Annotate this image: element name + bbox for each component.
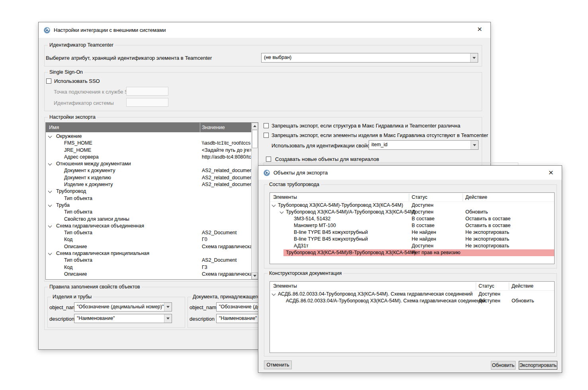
settings-table-row[interactable]: Изделие к документуAS2_related_documents: [46, 181, 251, 188]
chevron-down-icon[interactable]: [48, 134, 52, 138]
settings-table-row[interactable]: Документ к изделиюAS2_related_documents: [46, 174, 251, 181]
chevron-down-icon[interactable]: [48, 162, 52, 166]
chevron-down-icon[interactable]: [280, 210, 284, 214]
object-name-combobox[interactable]: "Обозначение (децимальный номер)": [74, 302, 172, 312]
export-button[interactable]: Экспортировать: [519, 361, 557, 370]
settings-table-row[interactable]: Окружение: [46, 133, 251, 140]
settings-table-row[interactable]: Тип объектаAS2_Document: [46, 229, 251, 236]
chevron-down-icon[interactable]: [470, 53, 478, 62]
chevron-down-icon[interactable]: [272, 292, 276, 296]
description-combobox[interactable]: "Наименование": [74, 314, 172, 323]
export-object-row[interactable]: ЗМЗ-514, 51432В составеОставить в состав…: [270, 216, 554, 222]
close-icon[interactable]: ×: [474, 23, 486, 35]
column-header-action[interactable]: Действие: [512, 283, 533, 289]
chevron-down-icon[interactable]: [164, 314, 172, 323]
chevron-down-icon[interactable]: [471, 141, 478, 149]
setting-name: Тип объекта: [64, 196, 92, 201]
documentation-table-rows: АСДБ.86.02.0033.04-Трубопровод Х3(КСА-54…: [270, 291, 554, 353]
settings-table-row[interactable]: [46, 278, 251, 279]
teamcenter-attribute-combobox[interactable]: (не выбран): [261, 53, 478, 63]
chevron-down-icon[interactable]: [48, 251, 52, 255]
column-header-action[interactable]: Действие: [465, 194, 487, 200]
pipeline-table[interactable]: Элементы Статус Действие Трубопровод Х3(…: [270, 192, 555, 264]
export-object-row[interactable]: АСДБ.86.02.0033.04-Трубопровод Х3(КСА-54…: [270, 291, 554, 298]
ident-property-label: Использовать для идентификации свойство:: [272, 143, 379, 149]
forbid-structure-label: Запрещать экспорт, если структура в Макс…: [272, 123, 460, 129]
documentation-group-title: Конструкторская документация: [268, 270, 343, 276]
settings-table-row[interactable]: Схема гидравлическая объединенная: [46, 223, 251, 229]
export-object-row[interactable]: Манометр МТ-100В составеОставить в соста…: [270, 222, 554, 229]
export-objects-dialog: Объекты для экспорта × Состав трубопрово…: [258, 165, 562, 373]
chevron-down-icon[interactable]: [48, 189, 52, 193]
cancel-button[interactable]: Отменить: [264, 361, 292, 369]
element-status: Нет прав на ревизию: [412, 250, 461, 255]
setting-name: Свойство для записи длины: [64, 216, 129, 222]
export-object-row[interactable]: B-line TYPE B45 кожухотрубныйНе найденНе…: [270, 236, 554, 243]
settings-dialog-title: Настройки интеграции с внешними системам…: [54, 27, 166, 33]
settings-table-row[interactable]: КодГ0: [46, 236, 251, 243]
column-divider: [476, 282, 476, 290]
settings-table-row[interactable]: Труба: [46, 202, 251, 209]
export-object-row[interactable]: АД31тДоступенНе экспортировать: [270, 243, 554, 249]
column-header-name[interactable]: Имя: [49, 124, 59, 130]
export-object-row[interactable]: Трубопровод Х3(КСА-54М)/А-Трубопровод Х3…: [270, 209, 554, 216]
column-header-value[interactable]: Значение: [202, 124, 225, 130]
use-sso-checkbox[interactable]: [46, 78, 51, 84]
sso-endpoint-input[interactable]: [126, 87, 168, 96]
settings-dialog-titlebar[interactable]: Настройки интеграции с внешними системам…: [39, 22, 490, 38]
app-icon: [44, 27, 50, 33]
scrollbar-thumb[interactable]: [252, 130, 258, 148]
settings-table-row[interactable]: Свойство для записи длины: [46, 216, 251, 223]
settings-table-row[interactable]: ОписаниеСхема гидравлическа...: [46, 271, 251, 278]
setting-value: AS2_related_documents: [202, 175, 251, 180]
column-header-elements[interactable]: Элементы: [273, 194, 297, 200]
chevron-down-icon[interactable]: [272, 203, 276, 207]
sso-system-id-input[interactable]: [126, 98, 168, 107]
setting-name: Описание: [64, 271, 87, 277]
settings-table-row[interactable]: JRE_HOME<Задайте путь до jre>: [46, 147, 251, 154]
settings-table-row[interactable]: Адрес сервераhttp://asdb-tc4:8080/tc: [46, 154, 251, 161]
settings-table-row[interactable]: ОписаниеСхема гидравлическа...: [46, 243, 251, 250]
column-header-status[interactable]: Статус: [412, 194, 428, 200]
scroll-down-button[interactable]: [252, 272, 258, 279]
close-icon[interactable]: ×: [545, 167, 557, 178]
export-object-row[interactable]: АСДБ.86.02.0033.04/А-Трубопровод Х3(КСА-…: [270, 298, 554, 304]
column-header-status[interactable]: Статус: [479, 283, 494, 289]
settings-table-row[interactable]: Тип объектаAS2_Document: [46, 257, 251, 264]
element-name: ЗМЗ-514, 51432: [294, 216, 330, 221]
export-dialog-titlebar[interactable]: Объекты для экспорта ×: [258, 166, 562, 180]
documentation-table[interactable]: Элементы Статус Действие АСДБ.86.02.0033…: [270, 281, 555, 353]
settings-table-row[interactable]: КодГ3: [46, 264, 251, 271]
teamcenter-attribute-value: (не выбран): [262, 53, 470, 62]
setting-name: FMS_HOME: [64, 140, 92, 146]
settings-table-row[interactable]: Схема гидравлическая принципиальная: [46, 250, 251, 257]
sso-system-id-label: Идентификатор системы: [54, 100, 114, 106]
chevron-down-icon[interactable]: [48, 223, 52, 227]
forbid-structure-checkbox[interactable]: [264, 123, 269, 128]
export-group-title: Настройки экспорта: [48, 114, 97, 120]
chevron-down-icon[interactable]: [164, 303, 172, 311]
chevron-down-icon[interactable]: [48, 203, 52, 207]
settings-table-row[interactable]: Тип объекта: [46, 195, 251, 202]
setting-name: Изделие к документу: [64, 182, 113, 187]
export-settings-table[interactable]: Имя Значение ОкружениеFMS_HOME\\asdb-tc1…: [45, 122, 258, 280]
description-label: description: [49, 316, 74, 322]
settings-table-row[interactable]: Трубопровод: [46, 188, 251, 195]
scroll-up-button[interactable]: [252, 123, 258, 129]
create-materials-checkbox[interactable]: [266, 157, 271, 162]
column-header-elements[interactable]: Элементы: [273, 283, 297, 289]
ident-property-value: item_id: [369, 141, 471, 149]
export-object-row[interactable]: Трубопровод Х3(КСА-54М)-Трубопровод Х3(К…: [270, 202, 554, 209]
settings-table-row[interactable]: Отношения между документами: [46, 161, 251, 167]
settings-table-row[interactable]: FMS_HOME\\asdb-tc1\tc_root\tccs: [46, 140, 251, 147]
export-object-row[interactable]: Трубопровод Х3(КСА-54М)/В-Трубопровод Х3…: [270, 249, 554, 256]
vertical-scrollbar[interactable]: [251, 123, 258, 279]
chevron-down-icon[interactable]: [48, 279, 52, 279]
settings-table-row[interactable]: Документ к документуAS2_related_document…: [46, 167, 251, 174]
element-name: Трубопровод Х3(КСА-54М)-Трубопровод Х3(К…: [278, 202, 403, 208]
export-object-row[interactable]: B-line TYPE B45 кожухотрубныйНе найденНе…: [270, 229, 554, 236]
update-button[interactable]: Обновить: [491, 361, 516, 370]
settings-table-row[interactable]: Тип объекта: [46, 209, 251, 216]
ident-property-combobox[interactable]: item_id: [369, 140, 479, 150]
forbid-elements-checkbox[interactable]: [264, 133, 269, 138]
